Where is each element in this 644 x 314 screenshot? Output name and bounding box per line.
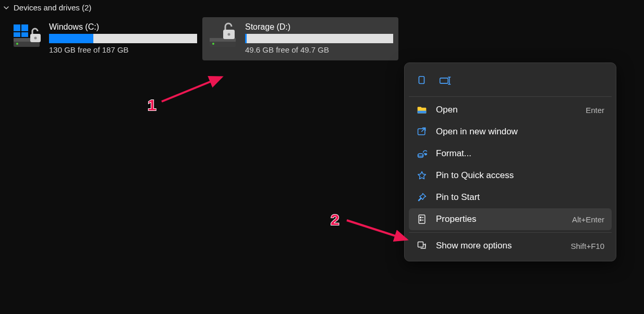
drives-list: Windows (C:) 130 GB free of 187 GB Stora… — [0, 17, 644, 60]
menu-item-label: Properties — [436, 214, 564, 224]
annotation-number: 1 — [148, 96, 156, 114]
properties-icon — [416, 213, 428, 225]
drive-usage-bar — [245, 34, 393, 43]
svg-rect-5 — [14, 32, 20, 37]
copy-icon[interactable] — [414, 73, 429, 88]
menu-item-pin-start[interactable]: Pin to Start — [409, 186, 612, 208]
svg-rect-15 — [440, 78, 448, 83]
annotation-arrow-icon — [344, 216, 412, 245]
drive-usage-fill — [49, 34, 93, 43]
svg-line-31 — [162, 77, 222, 102]
menu-item-properties[interactable]: Properties Alt+Enter — [409, 208, 612, 230]
section-title: Devices and drives (2) — [14, 3, 91, 12]
open-new-window-icon — [416, 126, 428, 137]
svg-rect-4 — [21, 24, 28, 31]
folder-icon — [416, 104, 428, 116]
svg-rect-25 — [419, 215, 425, 224]
drive-free-text: 49.6 GB free of 49.7 GB — [245, 45, 393, 54]
svg-rect-14 — [419, 77, 424, 84]
chevron-down-icon — [2, 4, 10, 12]
annotation-number: 2 — [331, 211, 339, 229]
drive-item[interactable]: Storage (D:) 49.6 GB free of 49.7 GB — [202, 17, 398, 60]
more-options-icon — [416, 240, 428, 252]
menu-item-shortcut: Alt+Enter — [572, 215, 604, 224]
svg-point-8 — [34, 37, 37, 40]
menu-item-label: Open — [436, 105, 577, 115]
menu-item-format[interactable]: Format... — [409, 143, 612, 165]
svg-rect-20 — [418, 107, 422, 109]
pin-icon — [416, 192, 428, 203]
menu-item-show-more-options[interactable]: Show more options Shift+F10 — [409, 235, 612, 257]
svg-point-2 — [16, 43, 18, 45]
menu-item-label: Pin to Quick access — [436, 170, 596, 181]
svg-point-13 — [228, 33, 230, 36]
drive-usage-fill — [245, 34, 247, 43]
menu-item-label: Pin to Start — [436, 192, 596, 203]
svg-rect-6 — [21, 32, 28, 37]
svg-line-32 — [347, 220, 407, 240]
annotation-arrow-icon — [159, 73, 227, 104]
svg-point-28 — [420, 220, 421, 221]
menu-item-open[interactable]: Open Enter — [409, 99, 612, 121]
context-menu-toolbar — [409, 67, 612, 94]
drive-item[interactable]: Windows (C:) 130 GB free of 187 GB — [6, 17, 202, 60]
format-icon — [416, 148, 428, 159]
menu-item-label: Format... — [436, 148, 596, 159]
svg-point-24 — [418, 154, 423, 156]
svg-rect-30 — [418, 242, 423, 247]
menu-item-label: Show more options — [436, 241, 562, 251]
menu-item-label: Open in new window — [436, 127, 596, 137]
drive-free-text: 130 GB free of 187 GB — [49, 45, 197, 54]
drive-name: Storage (D:) — [245, 22, 393, 32]
svg-rect-21 — [418, 111, 427, 114]
rename-icon[interactable] — [438, 73, 453, 88]
section-header[interactable]: Devices and drives (2) — [0, 0, 644, 17]
drive-name: Windows (C:) — [49, 22, 197, 32]
separator — [409, 96, 612, 97]
drive-icon — [208, 22, 240, 49]
menu-item-pin-quick-access[interactable]: Pin to Quick access — [409, 165, 612, 186]
svg-rect-3 — [14, 24, 20, 31]
svg-point-26 — [420, 217, 421, 218]
context-menu: Open Enter Open in new window Format... — [404, 62, 616, 261]
menu-item-shortcut: Enter — [586, 106, 604, 115]
menu-item-shortcut: Shift+F10 — [570, 242, 604, 250]
windows-drive-icon — [11, 22, 44, 49]
menu-item-open-new-window[interactable]: Open in new window — [409, 121, 612, 143]
drive-usage-bar — [49, 34, 197, 43]
separator — [409, 232, 612, 233]
svg-point-11 — [212, 43, 214, 45]
star-icon — [416, 170, 428, 181]
